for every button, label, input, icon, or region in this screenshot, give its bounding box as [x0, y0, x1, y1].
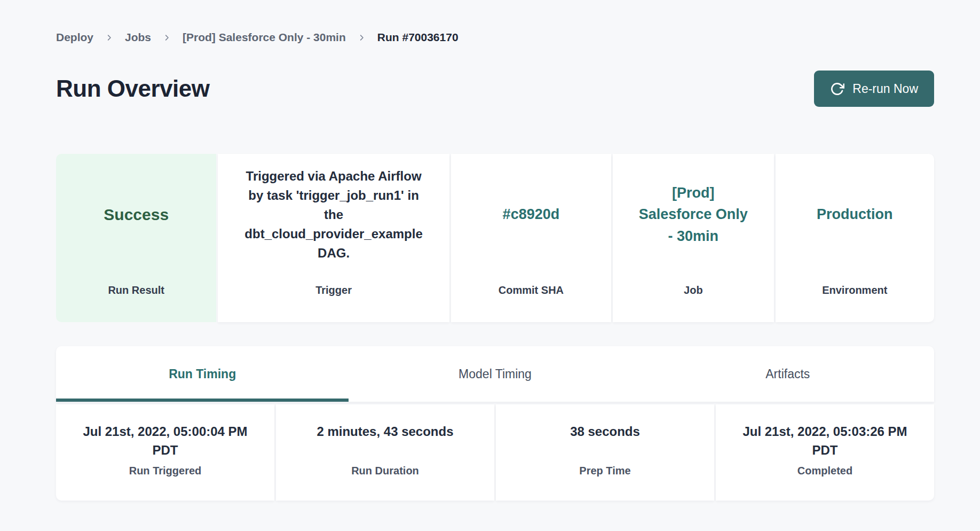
- chevron-right-icon: [358, 34, 366, 42]
- job-link[interactable]: [Prod] Salesforce Only - 30min: [639, 182, 748, 247]
- active-tab-underline: [56, 399, 349, 402]
- tab-run-timing-label: Run Timing: [169, 367, 236, 381]
- environment-label: Environment: [776, 284, 934, 296]
- tab-model-timing-label: Model Timing: [459, 367, 532, 381]
- job-label: Job: [613, 284, 773, 296]
- run-triggered-label: Run Triggered: [56, 465, 274, 477]
- rerun-now-button-label: Re-run Now: [852, 82, 918, 96]
- chevron-right-icon: [163, 34, 171, 42]
- breadcrumb-item-deploy[interactable]: Deploy: [56, 31, 93, 44]
- breadcrumb-item-run-number: Run #70036170: [377, 31, 459, 44]
- summary-card-trigger: Triggered via Apache Airflow by task 'tr…: [218, 154, 449, 322]
- breadcrumb: Deploy Jobs [Prod] Salesforce Only - 30m…: [56, 31, 934, 44]
- breadcrumb-item-jobs[interactable]: Jobs: [125, 31, 151, 44]
- run-overview-page: Deploy Jobs [Prod] Salesforce Only - 30m…: [56, 31, 934, 501]
- tab-run-timing[interactable]: Run Timing: [56, 346, 349, 402]
- tab-artifacts[interactable]: Artifacts: [642, 346, 934, 402]
- trigger-label: Trigger: [218, 284, 449, 296]
- run-result-label: Run Result: [56, 284, 216, 296]
- prep-time-label: Prep Time: [496, 465, 714, 477]
- timing-card-run-triggered: Jul 21st, 2022, 05:00:04 PM PDT Run Trig…: [56, 404, 274, 501]
- commit-sha-link[interactable]: #c8920d: [503, 204, 560, 225]
- run-triggered-value: Jul 21st, 2022, 05:00:04 PM PDT: [56, 404, 274, 460]
- chevron-right-icon: [105, 34, 113, 42]
- timing-card-prep-time: 38 seconds Prep Time: [496, 404, 714, 501]
- breadcrumb-item-job-name[interactable]: [Prod] Salesforce Only - 30min: [183, 31, 346, 44]
- timing-card-completed: Jul 21st, 2022, 05:03:26 PM PDT Complete…: [716, 404, 934, 501]
- run-result-value: Success: [104, 202, 169, 227]
- timing-card-run-duration: 2 minutes, 43 seconds Run Duration: [276, 404, 494, 501]
- tab-model-timing[interactable]: Model Timing: [349, 346, 641, 402]
- run-detail-tabs: Run Timing Model Timing Artifacts: [56, 346, 934, 402]
- summary-card-run-result: Success Run Result: [56, 154, 216, 322]
- summary-card-commit-sha: #c8920d Commit SHA: [451, 154, 611, 322]
- run-timing-row: Jul 21st, 2022, 05:00:04 PM PDT Run Trig…: [56, 404, 934, 501]
- refresh-icon: [830, 82, 844, 96]
- commit-sha-label: Commit SHA: [451, 284, 611, 296]
- completed-value: Jul 21st, 2022, 05:03:26 PM PDT: [716, 404, 934, 460]
- run-duration-label: Run Duration: [276, 465, 494, 477]
- tab-artifacts-label: Artifacts: [765, 367, 810, 381]
- environment-link[interactable]: Production: [817, 204, 893, 225]
- summary-card-environment: Production Environment: [776, 154, 934, 322]
- page-title: Run Overview: [56, 75, 209, 102]
- prep-time-value: 38 seconds: [496, 404, 714, 441]
- summary-card-job: [Prod] Salesforce Only - 30min Job: [613, 154, 773, 322]
- run-summary-row: Success Run Result Triggered via Apache …: [56, 154, 934, 322]
- rerun-now-button[interactable]: Re-run Now: [814, 71, 934, 107]
- completed-label: Completed: [716, 465, 934, 477]
- run-duration-value: 2 minutes, 43 seconds: [276, 404, 494, 441]
- page-header: Run Overview Re-run Now: [56, 71, 934, 107]
- trigger-value: Triggered via Apache Airflow by task 'tr…: [244, 167, 422, 263]
